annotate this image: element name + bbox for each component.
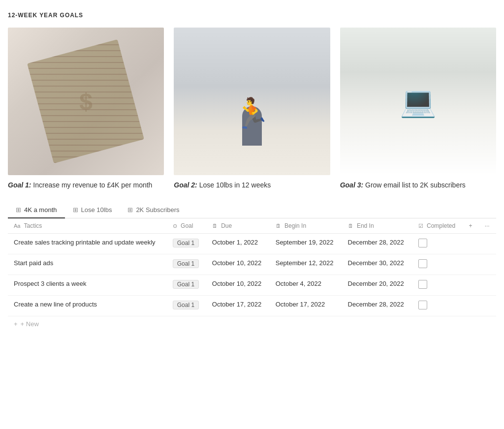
- goal-card-3: Goal 3: Grow email list to 2K subscriber…: [340, 28, 496, 190]
- cell-completed-1[interactable]: [412, 254, 463, 275]
- cell-tactics-2: Prospect 3 clients a week: [8, 275, 167, 296]
- page-container: 12-WEEK YEAR GOALS Goal 1: Increase my r…: [0, 0, 504, 429]
- table-row: Create sales tracking printable and upda…: [8, 234, 496, 254]
- cell-goal-3: Goal 1: [167, 296, 206, 316]
- new-row-label: + New: [21, 320, 39, 328]
- cell-due-0: October 1, 2022: [206, 234, 270, 254]
- col-header-due: 🗓 Due: [206, 218, 270, 234]
- goal-image-2: [174, 28, 330, 175]
- end-col-label: End In: [357, 222, 374, 229]
- goal-text-2: Lose 10lbs in 12 weeks: [199, 181, 271, 189]
- checkbox-2[interactable]: [418, 280, 427, 289]
- cell-add-3: [463, 296, 479, 316]
- goal-label-2: Goal 2:: [174, 181, 197, 189]
- goal-text-3: Grow email list to 2K subscribers: [365, 181, 466, 189]
- cell-begin-3: October 17, 2022: [270, 296, 342, 316]
- col-header-completed: ☑ Completed: [412, 218, 463, 234]
- tab-label-2k: 2K Subscribers: [136, 206, 179, 214]
- tab-4k-month[interactable]: ⊞ 4K a month: [8, 202, 65, 218]
- cell-due-2: October 10, 2022: [206, 275, 270, 296]
- cell-begin-1: September 12, 2022: [270, 254, 342, 275]
- cell-completed-3[interactable]: [412, 296, 463, 316]
- col-header-add[interactable]: +: [463, 218, 479, 234]
- new-row-plus: +: [14, 320, 18, 328]
- cell-tactics-0: Create sales tracking printable and upda…: [8, 234, 167, 254]
- goal-col-label: Goal: [181, 222, 193, 229]
- tab-lose-10lbs[interactable]: ⊞ Lose 10lbs: [65, 202, 120, 218]
- col-header-begin: 🗓 Begin In: [270, 218, 342, 234]
- cell-goal-2: Goal 1: [167, 275, 206, 296]
- checkbox-1[interactable]: [418, 259, 427, 268]
- goal-text-1: Increase my revenue to £4K per month: [33, 181, 152, 189]
- begin-col-label: Begin In: [284, 222, 306, 229]
- cell-end-0: December 28, 2022: [342, 234, 412, 254]
- cell-begin-0: September 19, 2022: [270, 234, 342, 254]
- goals-grid: Goal 1: Increase my revenue to £4K per m…: [8, 28, 496, 190]
- cell-add-2: [463, 275, 479, 296]
- goal-caption-2: Goal 2: Lose 10lbs in 12 weeks: [174, 180, 330, 190]
- tab-label-10lbs: Lose 10lbs: [81, 206, 112, 214]
- tab-icon-2k: ⊞: [127, 206, 133, 214]
- tab-icon-4k: ⊞: [16, 206, 21, 214]
- goal-card-2: Goal 2: Lose 10lbs in 12 weeks: [174, 28, 330, 190]
- table-row: Prospect 3 clients a week Goal 1 October…: [8, 275, 496, 296]
- cell-end-1: December 30, 2022: [342, 254, 412, 275]
- goal-image-3: [340, 28, 496, 175]
- col-header-more[interactable]: ···: [479, 218, 496, 234]
- begin-col-icon: 🗓: [276, 223, 281, 229]
- tab-icon-10lbs: ⊞: [73, 206, 78, 214]
- tab-label-4k: 4K a month: [24, 206, 57, 214]
- section-title: 12-WEEK YEAR GOALS: [8, 12, 496, 19]
- table-row: Create a new line of products Goal 1 Oct…: [8, 296, 496, 316]
- cell-due-1: October 10, 2022: [206, 254, 270, 275]
- cell-add-0: [463, 234, 479, 254]
- cell-completed-0[interactable]: [412, 234, 463, 254]
- cell-begin-2: October 4, 2022: [270, 275, 342, 296]
- tab-2k-subscribers[interactable]: ⊞ 2K Subscribers: [120, 202, 187, 218]
- goal-badge-1: Goal 1: [173, 259, 199, 268]
- completed-col-icon: ☑: [418, 223, 423, 229]
- goal-caption-1: Goal 1: Increase my revenue to £4K per m…: [8, 180, 164, 190]
- goal-label-3: Goal 3:: [340, 181, 363, 189]
- cell-due-3: October 17, 2022: [206, 296, 270, 316]
- cell-completed-2[interactable]: [412, 275, 463, 296]
- end-col-icon: 🗓: [348, 223, 353, 229]
- new-row-button[interactable]: + + New: [8, 316, 496, 332]
- due-col-label: Due: [221, 222, 232, 229]
- col-header-goal: ⊙ Goal: [167, 218, 206, 234]
- col-header-end: 🗓 End In: [342, 218, 412, 234]
- cell-more-1: [479, 254, 496, 275]
- goal-card-1: Goal 1: Increase my revenue to £4K per m…: [8, 28, 164, 190]
- tactics-col-label: Tactics: [24, 222, 42, 229]
- tactics-col-icon: Aa: [14, 223, 20, 229]
- cell-goal-0: Goal 1: [167, 234, 206, 254]
- cell-end-3: December 28, 2022: [342, 296, 412, 316]
- cell-more-3: [479, 296, 496, 316]
- due-col-icon: 🗓: [212, 223, 218, 229]
- cell-goal-1: Goal 1: [167, 254, 206, 275]
- goal-image-1: [8, 28, 164, 175]
- goal-col-icon: ⊙: [173, 223, 177, 229]
- completed-col-label: Completed: [427, 222, 455, 229]
- checkbox-3[interactable]: [418, 301, 427, 309]
- table-row: Start paid ads Goal 1 October 10, 2022 S…: [8, 254, 496, 275]
- cell-more-0: [479, 234, 496, 254]
- cell-more-2: [479, 275, 496, 296]
- cell-add-1: [463, 254, 479, 275]
- table-header-row: Aa Tactics ⊙ Goal 🗓 Due 🗓 Begin In 🗓: [8, 218, 496, 234]
- goal-badge-2: Goal 1: [173, 280, 199, 289]
- goal-badge-3: Goal 1: [173, 301, 199, 309]
- col-header-tactics: Aa Tactics: [8, 218, 167, 234]
- tabs-bar: ⊞ 4K a month ⊞ Lose 10lbs ⊞ 2K Subscribe…: [8, 202, 496, 218]
- cell-tactics-1: Start paid ads: [8, 254, 167, 275]
- goal-badge-0: Goal 1: [173, 239, 199, 247]
- goal-caption-3: Goal 3: Grow email list to 2K subscriber…: [340, 180, 496, 190]
- checkbox-0[interactable]: [418, 239, 427, 247]
- goal-label-1: Goal 1:: [8, 181, 31, 189]
- cell-end-2: December 20, 2022: [342, 275, 412, 296]
- cell-tactics-3: Create a new line of products: [8, 296, 167, 316]
- tactics-table: Aa Tactics ⊙ Goal 🗓 Due 🗓 Begin In 🗓: [8, 218, 496, 316]
